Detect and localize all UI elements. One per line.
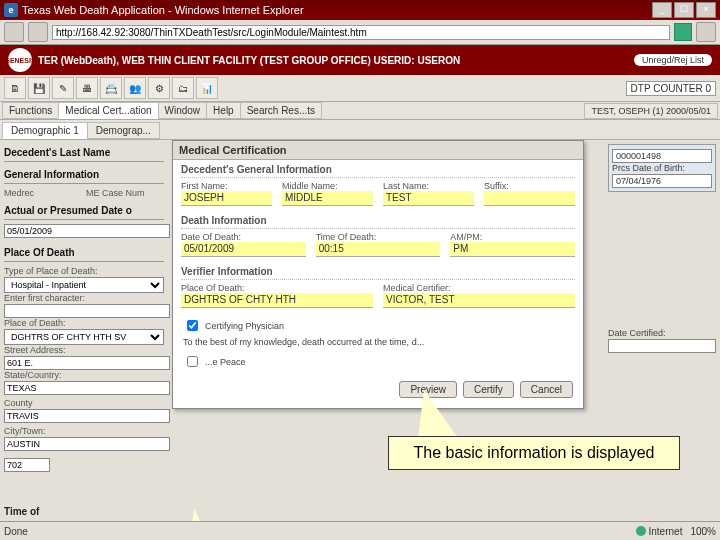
cert-phys-checkbox[interactable] [187,320,198,331]
enter-first-label: Enter first character: [4,293,164,303]
fn-value: JOSEPH [181,191,272,206]
tool-icon[interactable]: 💾 [28,77,50,99]
pod-value: DGHTRS OF CHTY HTH [181,293,373,308]
place-death-select[interactable]: DGHTRS OF CHTY HTH SV [4,329,164,345]
right-strip: 000001498 Prcs Date of Birth: 07/04/1976… [608,144,716,353]
ampm-value: PM [450,242,575,257]
zip-input[interactable] [4,458,50,472]
tool-icon[interactable]: 🗎 [4,77,26,99]
ln-label: Last Name: [383,181,474,191]
ref-value: 000001498 [612,149,712,163]
app-title: TER (WebDeath), WEB THIN CLIENT FACILITY… [38,55,634,66]
time-of-label: Time of [4,504,39,519]
tod-value: 00:15 [316,242,441,257]
maximize-button[interactable]: ☐ [674,2,694,18]
security-zone: Internet [636,526,683,537]
menu-search[interactable]: Search Res...ts [240,102,322,119]
type-place-label: Type of Place of Death: [4,266,164,276]
close-button[interactable]: × [696,2,716,18]
left-form: Decedent's Last Name General Information… [4,144,164,472]
tab-demo1[interactable]: Demographic 1 [2,122,88,139]
mn-label: Middle Name: [282,181,373,191]
forward-button[interactable] [28,22,48,42]
menu-medcert[interactable]: Medical Cert...ation [58,102,158,119]
cancel-button[interactable]: Cancel [520,381,573,398]
zoom-level[interactable]: 100% [690,526,716,537]
browser-titlebar: e Texas Web Death Application - Windows … [0,0,720,20]
grp-verifier: Verifier Information [181,266,575,280]
state-input[interactable] [4,381,170,395]
window-title: Texas Web Death Application - Windows In… [22,4,652,16]
globe-icon [636,526,646,536]
mn-value: MIDDLE [282,191,373,206]
mecase-label: ME Case Num [86,188,164,198]
grp-general: Decedent's General Information [181,164,575,178]
cert-section: Certifying Physician To the best of my k… [173,313,583,377]
ampm-label: AM/PM: [450,232,575,242]
mc-value: VICTOR, TEST [383,293,575,308]
ln-value: TEST [383,191,474,206]
go-button[interactable] [674,23,692,41]
sx-value [484,191,575,206]
date-cert-value [608,339,716,353]
first-char-input[interactable] [4,304,170,318]
tool-icon[interactable]: 🖶 [76,77,98,99]
cert-statement: To the best of my knowledge, death occur… [183,337,573,347]
tod-label: Time Of Death: [316,232,441,242]
tool-icon[interactable]: 📊 [196,77,218,99]
state-label: State/Country: [4,370,164,380]
county-label: County [4,398,164,408]
status-bar: Done Internet 100% [0,521,720,540]
tool-icon[interactable]: ⚙ [148,77,170,99]
birth-value: 07/04/1976 [612,174,712,188]
city-input[interactable] [4,437,170,451]
tool-icon[interactable]: ✎ [52,77,74,99]
popup-title: Medical Certification [173,141,583,160]
decedent-header: Decedent's Last Name [4,144,164,162]
county-input[interactable] [4,409,170,423]
tab-demo2[interactable]: Demograp... [87,122,160,139]
back-button[interactable] [4,22,24,42]
menu-window[interactable]: Window [158,102,208,119]
jp-checkbox[interactable] [187,356,198,367]
popup-buttons: Preview Certify Cancel [173,377,583,402]
medrec-label: Medrec [4,188,82,198]
sub-tabs: Demographic 1 Demograp... [0,120,720,140]
birth-label: Prcs Date of Birth: [612,163,685,173]
minimize-button[interactable]: _ [652,2,672,18]
city-label: City/Town: [4,426,164,436]
home-button[interactable] [696,22,716,42]
tool-icon[interactable]: 🗂 [172,77,194,99]
ie-icon: e [4,3,18,17]
street-input[interactable] [4,356,170,370]
callout-tail [188,508,220,521]
general-header: General Information [4,166,164,184]
ref-box: 000001498 Prcs Date of Birth: 07/04/1976 [608,144,716,192]
hospital-select[interactable]: Hospital - Inpatient [4,277,164,293]
unreg-button[interactable]: Unregd/Rej List [634,54,712,66]
url-input[interactable] [52,25,670,40]
place-death-label: Place of Death: [4,318,164,328]
certify-button[interactable]: Certify [463,381,514,398]
tool-icon[interactable]: 📇 [100,77,122,99]
toolbar: 🗎 💾 ✎ 🖶 📇 👥 ⚙ 🗂 📊 DTP COUNTER 0 [0,75,720,102]
app-header: GENESIS TER (WebDeath), WEB THIN CLIENT … [0,45,720,75]
dod-label: Date Of Death: [181,232,306,242]
presumed-header: Actual or Presumed Date o [4,202,164,220]
date-cert-label: Date Certified: [608,328,666,338]
fn-label: First Name: [181,181,272,191]
place-header: Place Of Death [4,244,164,262]
pod-label: Place Of Death: [181,283,373,293]
menu-help[interactable]: Help [206,102,241,119]
grp-death: Death Information [181,215,575,229]
sx-label: Suffix: [484,181,575,191]
dtp-counter: DTP COUNTER 0 [626,81,716,96]
medical-cert-popup: Medical Certification Decedent's General… [172,140,584,409]
presumed-date-input[interactable] [4,224,170,238]
app-logo: GENESIS [8,48,32,72]
browser-window: e Texas Web Death Application - Windows … [0,0,720,540]
window-buttons: _ ☐ × [652,2,716,18]
menu-functions[interactable]: Functions [2,102,59,119]
tool-icon[interactable]: 👥 [124,77,146,99]
mc-label: Medical Certifier: [383,283,575,293]
